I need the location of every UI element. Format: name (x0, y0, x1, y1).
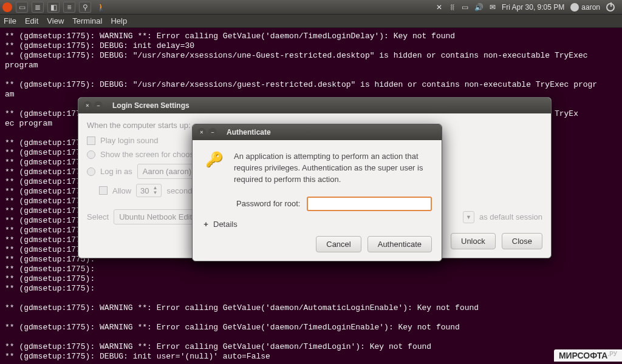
session-suffix: as default session (479, 212, 542, 221)
allow-spinner[interactable]: 30 ▲▼ (136, 184, 162, 197)
auth-minimize-window-icon[interactable]: – (208, 128, 217, 136)
user-combo[interactable]: Aaron (aaron) (137, 164, 197, 179)
login-as-radio[interactable] (87, 167, 95, 176)
login-as-label: Log in as (100, 167, 132, 176)
watermark: МИРСОФТА.РУ (554, 349, 622, 362)
panel-right: ✕ ⧛ ▭ 🔊 ✉ Fri Apr 30, 9:05 PM aaron (436, 3, 620, 12)
app-icon-3[interactable]: ◧ (47, 2, 60, 13)
app-icon-6[interactable]: 🚶 (95, 2, 107, 13)
unlock-button[interactable]: Unlock (451, 233, 496, 249)
password-label: Password for root: (236, 199, 301, 208)
user-combo-value: Aaron (aaron) (143, 167, 191, 176)
password-input[interactable] (307, 197, 432, 211)
allow-label: Allow (112, 186, 131, 195)
session-combo-right[interactable]: ▼ (463, 211, 474, 223)
minimize-window-icon[interactable]: – (94, 101, 103, 110)
play-sound-label: Play login sound (100, 136, 158, 145)
app-icon-5[interactable]: ⚲ (79, 2, 91, 13)
power-icon[interactable] (606, 3, 615, 12)
volume-icon[interactable]: 🔊 (474, 3, 484, 12)
auth-message: An application is attempting to perform … (234, 151, 432, 186)
allow-value: 30 (140, 186, 149, 195)
close-button[interactable]: Close (502, 233, 542, 249)
ubuntu-logo-icon[interactable] (2, 2, 12, 12)
cancel-button[interactable]: Cancel (316, 236, 361, 252)
close-window-icon[interactable]: × (83, 101, 92, 110)
menu-edit[interactable]: Edit (25, 16, 38, 25)
mail-icon[interactable]: ✉ (490, 3, 496, 12)
indicator-icon[interactable]: ✕ (436, 3, 442, 12)
watermark-suffix: .РУ (607, 351, 617, 357)
window-controls: × – (83, 101, 103, 110)
details-expander[interactable]: + Details (202, 220, 432, 229)
panel-left: ▭ ≣ ◧ ≡ ⚲ 🚶 (2, 2, 107, 13)
keys-icon: 🔑 (202, 151, 227, 186)
menu-file[interactable]: File (4, 16, 16, 25)
menu-help[interactable]: Help (111, 16, 127, 25)
authenticate-button[interactable]: Authenticate (367, 236, 432, 252)
select-label: Select (87, 212, 109, 221)
app-icon-2[interactable]: ≣ (32, 2, 44, 13)
spinner-arrows-icon[interactable]: ▲▼ (153, 186, 158, 195)
session-combo-value: Ubuntu Netbook Edition (119, 212, 202, 221)
allow-checkbox[interactable] (99, 186, 108, 195)
login-dialog-titlebar[interactable]: × – Login Screen Settings (78, 98, 551, 113)
details-label: Details (213, 220, 238, 229)
user-indicator[interactable]: aaron (570, 3, 600, 12)
wifi-icon[interactable]: ⧛ (448, 3, 456, 12)
play-sound-checkbox[interactable] (87, 136, 95, 145)
menu-view[interactable]: View (47, 16, 64, 25)
watermark-text: МИРСОФТА (559, 351, 608, 360)
app-icon-1[interactable]: ▭ (16, 2, 28, 13)
auth-window-controls: × – (197, 128, 217, 136)
terminal-menubar: File Edit View Terminal Help (0, 15, 622, 28)
auth-dialog-titlebar[interactable]: × – Authenticate (193, 124, 442, 140)
show-screen-radio[interactable] (87, 150, 95, 159)
battery-icon[interactable]: ▭ (462, 3, 468, 12)
top-panel: ▭ ≣ ◧ ≡ ⚲ 🚶 ✕ ⧛ ▭ 🔊 ✉ Fri Apr 30, 9:05 P… (0, 0, 622, 15)
clock[interactable]: Fri Apr 30, 9:05 PM (502, 3, 564, 12)
chevron-down-icon: ▼ (466, 214, 471, 220)
auth-dialog-title: Authenticate (227, 128, 271, 136)
app-icon-4[interactable]: ≡ (63, 2, 75, 13)
login-dialog-title: Login Screen Settings (112, 101, 190, 110)
menu-terminal[interactable]: Terminal (72, 16, 102, 25)
authenticate-dialog: × – Authenticate 🔑 An application is att… (192, 124, 442, 261)
plus-icon: + (202, 220, 210, 228)
auth-close-window-icon[interactable]: × (197, 128, 206, 136)
user-name: aaron (581, 3, 600, 12)
